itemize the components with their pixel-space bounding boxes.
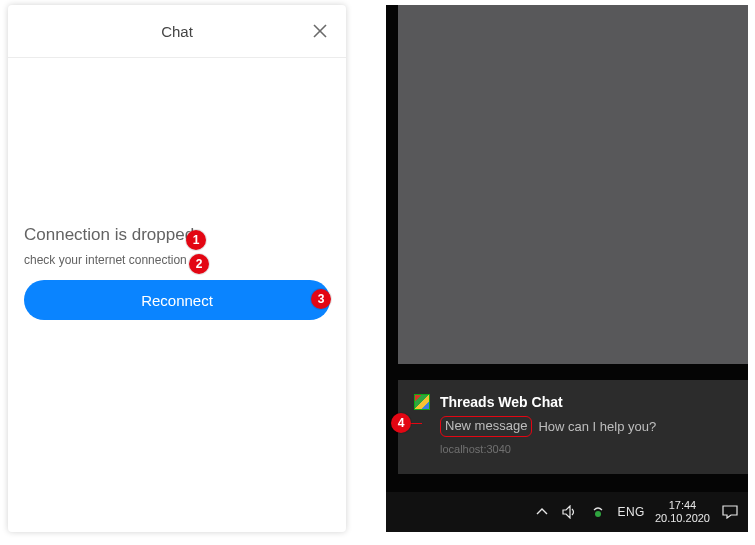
- toast-body: New message How can I help you?: [440, 416, 732, 437]
- annotation-badge-4: 4: [391, 413, 411, 433]
- tray-chevron-up-icon[interactable]: [533, 503, 551, 521]
- volume-icon[interactable]: [561, 503, 579, 521]
- tray-clock[interactable]: 17:44 20.10.2020: [655, 499, 710, 524]
- chat-body: Connection is dropped check your interne…: [8, 58, 346, 532]
- toast-new-message-label: New message: [440, 416, 532, 437]
- desktop-right-panel: Threads Web Chat New message How can I h…: [386, 5, 748, 532]
- notification-toast[interactable]: Threads Web Chat New message How can I h…: [398, 380, 748, 474]
- action-center-icon[interactable]: [720, 504, 740, 520]
- reconnect-button[interactable]: Reconnect: [24, 280, 330, 320]
- annotation-badge-2: 2: [189, 254, 209, 274]
- language-indicator[interactable]: ENG: [617, 505, 645, 519]
- tray-date: 20.10.2020: [655, 512, 710, 525]
- toast-header: Threads Web Chat: [414, 394, 732, 410]
- chat-title: Chat: [8, 5, 346, 57]
- annotation-badge-3: 3: [311, 289, 331, 309]
- toast-origin: localhost:3040: [440, 443, 732, 455]
- svg-point-2: [595, 511, 601, 517]
- toast-preview: How can I help you?: [538, 419, 656, 434]
- toast-app-title: Threads Web Chat: [440, 394, 563, 410]
- tray-time: 17:44: [655, 499, 710, 512]
- chat-widget: Chat Connection is dropped check your in…: [8, 5, 346, 532]
- network-icon[interactable]: [589, 503, 607, 521]
- chat-header: Chat: [8, 5, 346, 58]
- annotation-badge-1: 1: [186, 230, 206, 250]
- close-icon[interactable]: [308, 19, 332, 43]
- connection-error-heading: Connection is dropped: [24, 225, 194, 245]
- chrome-icon: [414, 394, 430, 410]
- connection-error-subtext: check your internet connection: [24, 253, 187, 267]
- app-window-shadow: [398, 5, 748, 364]
- taskbar: ENG 17:44 20.10.2020: [386, 492, 748, 532]
